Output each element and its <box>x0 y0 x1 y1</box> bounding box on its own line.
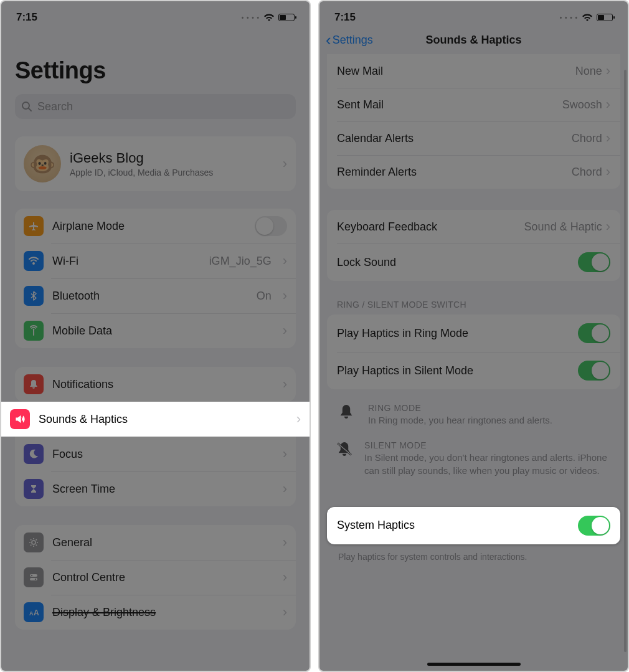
wifi-icon <box>24 251 44 271</box>
row-value: Sound & Haptic <box>524 220 602 234</box>
chevron-right-icon: › <box>283 534 287 551</box>
chevron-right-icon: › <box>606 63 610 79</box>
search-icon <box>21 101 32 112</box>
row-label: Bluetooth <box>52 290 248 303</box>
keyboard-feedback-row[interactable]: Keyboard Feedback Sound & Haptic › <box>327 210 620 244</box>
chevron-right-icon: › <box>606 219 610 235</box>
bluetooth-icon <box>24 286 44 306</box>
focus-row[interactable]: Focus › <box>15 437 296 471</box>
status-bar: 7:15 • • • • <box>319 1 628 29</box>
svg-line-1 <box>29 108 31 111</box>
airplane-toggle[interactable] <box>255 216 287 236</box>
airplane-icon <box>24 216 44 236</box>
row-label: General <box>52 536 274 549</box>
bell-slash-icon <box>336 440 353 477</box>
chevron-right-icon: › <box>283 288 287 304</box>
cellular-icon: • • • • <box>242 14 260 21</box>
haptics-ring-toggle[interactable] <box>578 323 610 343</box>
search-input[interactable]: Search <box>15 94 296 119</box>
apple-id-row[interactable]: 🐵 iGeeks Blog Apple ID, iCloud, Media & … <box>15 136 296 191</box>
svg-rect-5 <box>30 578 37 580</box>
row-label: Control Centre <box>52 571 274 584</box>
row-label: Lock Sound <box>337 256 578 269</box>
system-haptics-row[interactable]: System Haptics <box>327 507 620 544</box>
row-value: None <box>575 65 602 78</box>
row-value: iGM_Jio_5G <box>209 255 272 268</box>
avatar: 🐵 <box>24 145 61 182</box>
system-haptics-toggle[interactable] <box>578 516 610 536</box>
control-centre-row[interactable]: Control Centre › <box>15 560 296 595</box>
silent-mode-description: SILENT MODE In Silent mode, you don't he… <box>327 435 620 486</box>
search-placeholder: Search <box>37 100 73 113</box>
row-label: Display & Brightness <box>52 606 274 619</box>
bell-icon <box>336 403 357 427</box>
reminder-alerts-row[interactable]: Reminder Alerts Chord › <box>327 155 620 189</box>
row-label: Sent Mail <box>337 98 562 111</box>
chevron-right-icon: › <box>283 604 287 620</box>
svg-text:A: A <box>29 610 34 617</box>
row-value: On <box>257 290 272 303</box>
page-title: Settings <box>15 57 296 84</box>
row-label: Airplane Mode <box>52 220 246 233</box>
desc-body: In Ring mode, you hear ringtones and ale… <box>368 414 552 427</box>
row-label: New Mail <box>337 65 575 78</box>
row-label: Screen Time <box>52 483 274 496</box>
display-brightness-row[interactable]: AA Display & Brightness › <box>15 595 296 630</box>
airplane-mode-row[interactable]: Airplane Mode <box>15 209 296 244</box>
row-label: Calendar Alerts <box>337 132 572 145</box>
home-indicator[interactable] <box>427 663 521 666</box>
bluetooth-row[interactable]: Bluetooth On › <box>15 278 296 313</box>
battery-icon <box>597 14 613 21</box>
haptics-ring-row[interactable]: Play Haptics in Ring Mode <box>327 315 620 352</box>
antenna-icon <box>24 321 44 341</box>
new-mail-row[interactable]: New Mail None › <box>327 54 620 88</box>
settings-screen: 7:15 • • • • Settings Search 🐵 <box>0 0 311 672</box>
chevron-right-icon: › <box>283 156 287 172</box>
chevron-right-icon: › <box>283 376 287 392</box>
calendar-alerts-row[interactable]: Calendar Alerts Chord › <box>327 121 620 155</box>
chevron-right-icon: › <box>283 569 287 585</box>
sounds-haptics-screen: 7:15 • • • • ‹ Settings Sounds & Haptics… <box>318 0 629 672</box>
hourglass-icon <box>24 479 44 499</box>
sounds-haptics-row[interactable]: Sounds & Haptics › <box>1 402 310 437</box>
haptics-silent-row[interactable]: Play Haptics in Silent Mode <box>327 352 620 389</box>
row-label: Focus <box>52 448 274 461</box>
profile-name: iGeeks Blog <box>70 150 213 166</box>
general-row[interactable]: General › <box>15 525 296 560</box>
row-value: Swoosh <box>562 98 602 111</box>
row-label: Sounds & Haptics <box>39 413 288 426</box>
svg-point-7 <box>35 579 36 580</box>
lock-sound-toggle[interactable] <box>578 252 610 272</box>
profile-sub: Apple ID, iCloud, Media & Purchases <box>70 168 213 177</box>
lock-sound-row[interactable]: Lock Sound <box>327 244 620 281</box>
section-header: RING / SILENT MODE SWITCH <box>327 300 620 315</box>
nav-bar: ‹ Settings Sounds & Haptics <box>319 29 628 54</box>
ring-mode-description: RING MODE In Ring mode, you hear rington… <box>327 398 620 435</box>
haptics-silent-toggle[interactable] <box>578 361 610 381</box>
row-label: System Haptics <box>337 519 578 532</box>
screen-time-row[interactable]: Screen Time › <box>15 471 296 506</box>
mobile-data-row[interactable]: Mobile Data › <box>15 313 296 348</box>
row-label: Mobile Data <box>52 324 274 338</box>
wifi-row[interactable]: Wi-Fi iGM_Jio_5G › <box>15 244 296 278</box>
nav-title: Sounds & Haptics <box>425 34 521 47</box>
gear-icon <box>24 532 44 552</box>
chevron-right-icon: › <box>283 446 287 462</box>
row-label: Play Haptics in Silent Mode <box>337 364 578 377</box>
sent-mail-row[interactable]: Sent Mail Swoosh › <box>327 88 620 121</box>
svg-point-3 <box>32 541 35 544</box>
desc-heading: SILENT MODE <box>364 440 612 450</box>
row-label: Notifications <box>52 378 274 391</box>
chevron-right-icon: › <box>283 481 287 497</box>
notifications-row[interactable]: Notifications › <box>15 367 296 402</box>
desc-body: In Silent mode, you don't hear ringtones… <box>364 452 612 477</box>
row-label: Play Haptics in Ring Mode <box>337 327 578 340</box>
svg-point-6 <box>31 575 32 576</box>
back-button[interactable]: ‹ Settings <box>326 31 373 50</box>
scrollbar[interactable] <box>624 70 627 652</box>
wifi-icon <box>582 14 593 22</box>
chevron-right-icon: › <box>283 253 287 269</box>
bell-icon <box>24 374 44 394</box>
text-size-icon: AA <box>24 602 44 622</box>
chevron-right-icon: › <box>606 164 610 180</box>
